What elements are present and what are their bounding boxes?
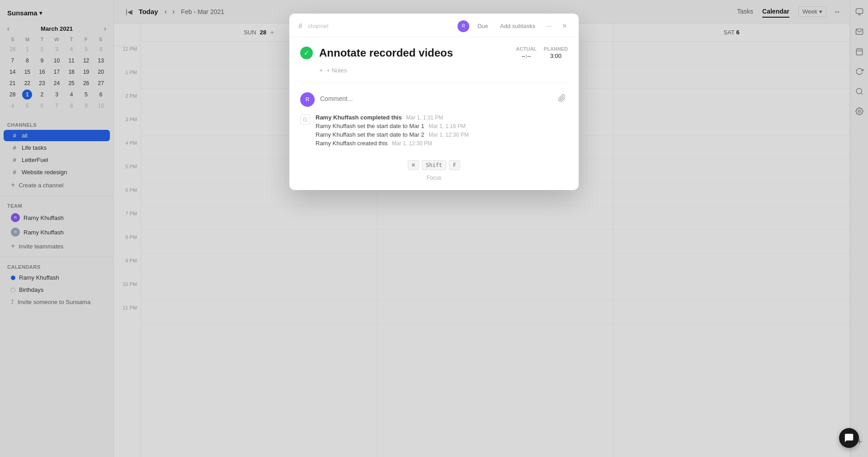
- week-dropdown[interactable]: Week ▾: [798, 6, 826, 17]
- complete-task-btn[interactable]: ✓: [300, 47, 313, 59]
- settings-icon[interactable]: [853, 105, 866, 118]
- cal-slot[interactable]: [141, 300, 377, 324]
- cal-day[interactable]: 7: [8, 56, 18, 66]
- cal-day[interactable]: 2: [37, 44, 47, 54]
- cal-day-today[interactable]: 1: [22, 90, 32, 100]
- notes-row[interactable]: + + Notes: [319, 67, 568, 74]
- cal-prev-btn[interactable]: ‹: [5, 24, 11, 33]
- cal-slot[interactable]: [141, 253, 377, 277]
- cal-day[interactable]: 18: [66, 67, 76, 77]
- cal-slot[interactable]: [613, 65, 849, 89]
- cal-day[interactable]: 5: [81, 90, 91, 100]
- create-channel-btn[interactable]: + Create a channel: [4, 179, 110, 191]
- sidebar-item-all[interactable]: # all: [4, 130, 110, 141]
- next-week-btn[interactable]: ›: [170, 6, 177, 18]
- cal-day[interactable]: 19: [81, 67, 91, 77]
- add-subtasks-btn[interactable]: Add subtasks: [496, 21, 539, 31]
- cal-slot[interactable]: [613, 300, 849, 324]
- expand-btn[interactable]: ↔: [834, 8, 841, 16]
- cal-day[interactable]: 3: [52, 90, 61, 100]
- cal-day[interactable]: 5: [81, 44, 91, 54]
- cal-slot[interactable]: [613, 277, 849, 300]
- cal-slot[interactable]: [613, 89, 849, 112]
- attach-btn[interactable]: [556, 92, 568, 106]
- tab-calendar[interactable]: Calendar: [762, 6, 789, 18]
- search-icon[interactable]: [853, 85, 866, 98]
- add-event-btn[interactable]: +: [270, 29, 274, 37]
- close-modal-btn[interactable]: ×: [559, 20, 570, 32]
- cal-day[interactable]: 13: [96, 56, 106, 66]
- cal-day[interactable]: 4: [66, 90, 76, 100]
- prev-week-btn[interactable]: ‹: [162, 6, 170, 18]
- cal-slot[interactable]: [377, 253, 613, 277]
- task-title[interactable]: Annotate recorded videos: [319, 47, 510, 59]
- due-btn[interactable]: Due: [474, 21, 492, 31]
- cal-slot[interactable]: [141, 277, 377, 300]
- sidebar-item-life-tasks[interactable]: # Life tasks: [4, 142, 110, 153]
- cal-slot[interactable]: [141, 230, 377, 253]
- cal-day[interactable]: 10: [52, 56, 61, 66]
- cal-slot[interactable]: [613, 206, 849, 230]
- cal-day[interactable]: 27: [96, 78, 106, 88]
- tab-tasks[interactable]: Tasks: [737, 6, 753, 18]
- cal-slot[interactable]: [613, 112, 849, 136]
- cal-day[interactable]: 6: [96, 90, 106, 100]
- sidebar-item-website-redesign[interactable]: # Website redesign: [4, 167, 110, 178]
- comment-input[interactable]: [320, 92, 551, 105]
- cal-day[interactable]: 8: [22, 56, 32, 66]
- cal-day[interactable]: 7: [52, 101, 61, 111]
- cal-day[interactable]: 2: [37, 90, 47, 100]
- cal-day[interactable]: 6: [37, 101, 47, 111]
- email-icon[interactable]: [853, 25, 866, 38]
- cal-day[interactable]: 16: [37, 67, 47, 77]
- cal-slot[interactable]: [613, 230, 849, 253]
- cal-day[interactable]: 17: [52, 67, 61, 77]
- cal-day[interactable]: 6: [96, 44, 106, 54]
- cal-day[interactable]: 8: [66, 101, 76, 111]
- sidebar-item-calendar-ramy[interactable]: Ramy Khuffash: [4, 272, 110, 283]
- calendar-icon[interactable]: [853, 45, 866, 58]
- today-btn[interactable]: Today: [135, 6, 162, 17]
- cal-day[interactable]: 3: [52, 44, 61, 54]
- cal-slot[interactable]: [141, 206, 377, 230]
- more-options-btn[interactable]: ···: [543, 21, 555, 32]
- sidebar-item-team-member-2[interactable]: R Ramy Khuffash: [4, 225, 110, 239]
- cal-day[interactable]: 21: [8, 78, 18, 88]
- refresh-icon[interactable]: [853, 65, 866, 78]
- cal-day[interactable]: 5: [22, 101, 32, 111]
- cal-slot[interactable]: [377, 300, 613, 324]
- cal-day[interactable]: 22: [22, 78, 32, 88]
- cal-day[interactable]: 9: [81, 101, 91, 111]
- cal-day[interactable]: 4: [8, 101, 18, 111]
- cal-day[interactable]: 15: [22, 67, 32, 77]
- cal-day[interactable]: 20: [96, 67, 106, 77]
- cal-next-btn[interactable]: ›: [102, 24, 108, 33]
- cal-slot[interactable]: [613, 136, 849, 159]
- cal-slot[interactable]: [613, 159, 849, 183]
- cal-day[interactable]: 26: [81, 78, 91, 88]
- sidebar-item-letterfuel[interactable]: # LetterFuel: [4, 154, 110, 166]
- cal-day[interactable]: 14: [8, 67, 18, 77]
- sidebar-item-team-member-1[interactable]: R Ramy Khuffash: [4, 211, 110, 224]
- cal-day[interactable]: 1: [22, 44, 32, 54]
- cal-slot[interactable]: [613, 253, 849, 277]
- cal-day[interactable]: 28: [8, 44, 18, 54]
- cal-day[interactable]: 10: [96, 101, 106, 111]
- cal-day[interactable]: 11: [66, 56, 76, 66]
- cal-day[interactable]: 9: [37, 56, 47, 66]
- brand-logo[interactable]: Sunsama ▾: [0, 5, 113, 24]
- sidebar-item-calendar-birthdays[interactable]: Birthdays: [4, 284, 110, 295]
- cal-day[interactable]: 23: [37, 78, 47, 88]
- invite-teammates-btn[interactable]: + Invite teammates: [4, 240, 110, 252]
- cal-day[interactable]: 28: [8, 90, 18, 100]
- cal-day[interactable]: 25: [66, 78, 76, 88]
- cal-slot[interactable]: [377, 277, 613, 300]
- collapse-sidebar-btn[interactable]: |◀: [123, 6, 135, 17]
- cal-day[interactable]: 24: [52, 78, 61, 88]
- cal-day[interactable]: 4: [66, 44, 76, 54]
- invite-sunsama-btn[interactable]: ⤴ Invite someone to Sunsama: [4, 296, 110, 308]
- cal-slot[interactable]: [613, 183, 849, 206]
- inbox-icon[interactable]: [853, 5, 866, 18]
- cal-slot[interactable]: [377, 206, 613, 230]
- cal-day[interactable]: 12: [81, 56, 91, 66]
